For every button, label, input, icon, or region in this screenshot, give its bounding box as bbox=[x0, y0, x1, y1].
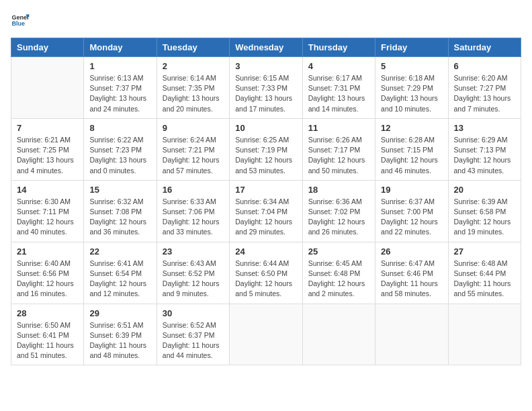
day-number: 24 bbox=[235, 246, 296, 257]
calendar-cell: 19Sunrise: 6:37 AM Sunset: 7:00 PM Dayli… bbox=[375, 180, 448, 242]
calendar-cell: 1Sunrise: 6:13 AM Sunset: 7:37 PM Daylig… bbox=[84, 57, 157, 119]
day-info: Sunrise: 6:34 AM Sunset: 7:04 PM Dayligh… bbox=[235, 197, 296, 238]
day-number: 3 bbox=[235, 61, 296, 71]
calendar-cell bbox=[375, 304, 448, 365]
calendar-cell: 9Sunrise: 6:24 AM Sunset: 7:21 PM Daylig… bbox=[157, 118, 229, 180]
weekday-header-thursday: Thursday bbox=[302, 38, 375, 57]
weekday-header-monday: Monday bbox=[84, 38, 157, 57]
day-number: 14 bbox=[17, 185, 78, 195]
day-info: Sunrise: 6:24 AM Sunset: 7:21 PM Dayligh… bbox=[163, 135, 224, 176]
calendar-week-3: 14Sunrise: 6:30 AM Sunset: 7:11 PM Dayli… bbox=[11, 180, 521, 242]
day-number: 13 bbox=[454, 123, 515, 133]
day-info: Sunrise: 6:29 AM Sunset: 7:13 PM Dayligh… bbox=[454, 135, 515, 176]
calendar-cell: 27Sunrise: 6:48 AM Sunset: 6:44 PM Dayli… bbox=[448, 242, 521, 304]
calendar-cell: 5Sunrise: 6:18 AM Sunset: 7:29 PM Daylig… bbox=[375, 57, 448, 119]
calendar-cell: 25Sunrise: 6:45 AM Sunset: 6:48 PM Dayli… bbox=[302, 242, 375, 304]
day-number: 5 bbox=[381, 61, 442, 71]
calendar-week-5: 28Sunrise: 6:50 AM Sunset: 6:41 PM Dayli… bbox=[11, 304, 521, 365]
day-info: Sunrise: 6:17 AM Sunset: 7:31 PM Dayligh… bbox=[308, 73, 369, 114]
calendar-cell: 2Sunrise: 6:14 AM Sunset: 7:35 PM Daylig… bbox=[157, 57, 229, 119]
day-info: Sunrise: 6:45 AM Sunset: 6:48 PM Dayligh… bbox=[308, 259, 369, 300]
day-info: Sunrise: 6:20 AM Sunset: 7:27 PM Dayligh… bbox=[454, 73, 515, 114]
calendar-cell: 30Sunrise: 6:52 AM Sunset: 6:37 PM Dayli… bbox=[157, 304, 229, 365]
day-number: 6 bbox=[454, 61, 515, 71]
calendar-cell: 3Sunrise: 6:15 AM Sunset: 7:33 PM Daylig… bbox=[230, 57, 302, 119]
calendar-week-4: 21Sunrise: 6:40 AM Sunset: 6:56 PM Dayli… bbox=[11, 242, 521, 304]
day-info: Sunrise: 6:22 AM Sunset: 7:23 PM Dayligh… bbox=[89, 135, 150, 176]
day-number: 19 bbox=[381, 185, 442, 195]
day-info: Sunrise: 6:18 AM Sunset: 7:29 PM Dayligh… bbox=[381, 73, 442, 114]
day-number: 26 bbox=[381, 246, 442, 257]
day-number: 28 bbox=[17, 308, 78, 318]
day-number: 25 bbox=[308, 246, 369, 257]
day-number: 22 bbox=[89, 246, 150, 257]
day-info: Sunrise: 6:33 AM Sunset: 7:06 PM Dayligh… bbox=[163, 197, 224, 238]
weekday-header-friday: Friday bbox=[375, 38, 448, 57]
weekday-header-saturday: Saturday bbox=[448, 38, 521, 57]
day-number: 15 bbox=[89, 185, 150, 195]
day-info: Sunrise: 6:44 AM Sunset: 6:50 PM Dayligh… bbox=[235, 259, 296, 300]
day-info: Sunrise: 6:37 AM Sunset: 7:00 PM Dayligh… bbox=[381, 197, 442, 238]
day-number: 29 bbox=[89, 308, 150, 318]
calendar-cell: 23Sunrise: 6:43 AM Sunset: 6:52 PM Dayli… bbox=[157, 242, 229, 304]
weekday-header-row: SundayMondayTuesdayWednesdayThursdayFrid… bbox=[11, 38, 521, 57]
calendar-cell bbox=[230, 304, 302, 365]
logo-icon: General Blue bbox=[11, 11, 30, 30]
day-number: 12 bbox=[381, 123, 442, 133]
calendar-cell: 22Sunrise: 6:41 AM Sunset: 6:54 PM Dayli… bbox=[84, 242, 157, 304]
day-info: Sunrise: 6:30 AM Sunset: 7:11 PM Dayligh… bbox=[17, 197, 78, 238]
day-number: 23 bbox=[163, 246, 224, 257]
calendar-cell: 20Sunrise: 6:39 AM Sunset: 6:58 PM Dayli… bbox=[448, 180, 521, 242]
day-info: Sunrise: 6:21 AM Sunset: 7:25 PM Dayligh… bbox=[17, 135, 78, 176]
day-number: 27 bbox=[454, 246, 515, 257]
calendar-cell: 7Sunrise: 6:21 AM Sunset: 7:25 PM Daylig… bbox=[11, 118, 84, 180]
day-info: Sunrise: 6:25 AM Sunset: 7:19 PM Dayligh… bbox=[235, 135, 296, 176]
day-info: Sunrise: 6:15 AM Sunset: 7:33 PM Dayligh… bbox=[235, 73, 296, 114]
day-number: 4 bbox=[308, 61, 369, 71]
calendar-cell bbox=[448, 304, 521, 365]
day-info: Sunrise: 6:36 AM Sunset: 7:02 PM Dayligh… bbox=[308, 197, 369, 238]
calendar-table: SundayMondayTuesdayWednesdayThursdayFrid… bbox=[11, 38, 521, 365]
calendar-cell bbox=[11, 57, 84, 119]
weekday-header-wednesday: Wednesday bbox=[230, 38, 302, 57]
day-number: 8 bbox=[89, 123, 150, 133]
calendar-cell: 11Sunrise: 6:26 AM Sunset: 7:17 PM Dayli… bbox=[302, 118, 375, 180]
day-number: 30 bbox=[163, 308, 224, 318]
calendar-cell: 17Sunrise: 6:34 AM Sunset: 7:04 PM Dayli… bbox=[230, 180, 302, 242]
day-info: Sunrise: 6:32 AM Sunset: 7:08 PM Dayligh… bbox=[89, 197, 150, 238]
svg-text:Blue: Blue bbox=[11, 20, 25, 27]
calendar-cell: 10Sunrise: 6:25 AM Sunset: 7:19 PM Dayli… bbox=[230, 118, 302, 180]
calendar-cell: 12Sunrise: 6:28 AM Sunset: 7:15 PM Dayli… bbox=[375, 118, 448, 180]
day-info: Sunrise: 6:39 AM Sunset: 6:58 PM Dayligh… bbox=[454, 197, 515, 238]
calendar-cell: 6Sunrise: 6:20 AM Sunset: 7:27 PM Daylig… bbox=[448, 57, 521, 119]
calendar-week-2: 7Sunrise: 6:21 AM Sunset: 7:25 PM Daylig… bbox=[11, 118, 521, 180]
day-number: 18 bbox=[308, 185, 369, 195]
day-info: Sunrise: 6:28 AM Sunset: 7:15 PM Dayligh… bbox=[381, 135, 442, 176]
day-info: Sunrise: 6:48 AM Sunset: 6:44 PM Dayligh… bbox=[454, 259, 515, 300]
day-info: Sunrise: 6:14 AM Sunset: 7:35 PM Dayligh… bbox=[163, 73, 224, 114]
page-header: General Blue bbox=[11, 11, 521, 30]
day-number: 16 bbox=[163, 185, 224, 195]
day-number: 11 bbox=[308, 123, 369, 133]
day-number: 10 bbox=[235, 123, 296, 133]
day-info: Sunrise: 6:43 AM Sunset: 6:52 PM Dayligh… bbox=[163, 259, 224, 300]
day-number: 21 bbox=[17, 246, 78, 257]
day-info: Sunrise: 6:41 AM Sunset: 6:54 PM Dayligh… bbox=[89, 259, 150, 300]
calendar-cell: 8Sunrise: 6:22 AM Sunset: 7:23 PM Daylig… bbox=[84, 118, 157, 180]
calendar-cell: 15Sunrise: 6:32 AM Sunset: 7:08 PM Dayli… bbox=[84, 180, 157, 242]
logo: General Blue bbox=[11, 11, 32, 30]
calendar-cell: 13Sunrise: 6:29 AM Sunset: 7:13 PM Dayli… bbox=[448, 118, 521, 180]
day-info: Sunrise: 6:40 AM Sunset: 6:56 PM Dayligh… bbox=[17, 259, 78, 300]
calendar-cell: 4Sunrise: 6:17 AM Sunset: 7:31 PM Daylig… bbox=[302, 57, 375, 119]
day-info: Sunrise: 6:52 AM Sunset: 6:37 PM Dayligh… bbox=[163, 320, 224, 361]
calendar-cell: 14Sunrise: 6:30 AM Sunset: 7:11 PM Dayli… bbox=[11, 180, 84, 242]
calendar-week-1: 1Sunrise: 6:13 AM Sunset: 7:37 PM Daylig… bbox=[11, 57, 521, 119]
calendar-cell: 18Sunrise: 6:36 AM Sunset: 7:02 PM Dayli… bbox=[302, 180, 375, 242]
day-number: 17 bbox=[235, 185, 296, 195]
weekday-header-tuesday: Tuesday bbox=[157, 38, 229, 57]
day-info: Sunrise: 6:51 AM Sunset: 6:39 PM Dayligh… bbox=[89, 320, 150, 361]
calendar-cell: 21Sunrise: 6:40 AM Sunset: 6:56 PM Dayli… bbox=[11, 242, 84, 304]
day-info: Sunrise: 6:26 AM Sunset: 7:17 PM Dayligh… bbox=[308, 135, 369, 176]
calendar-cell: 16Sunrise: 6:33 AM Sunset: 7:06 PM Dayli… bbox=[157, 180, 229, 242]
weekday-header-sunday: Sunday bbox=[11, 38, 84, 57]
